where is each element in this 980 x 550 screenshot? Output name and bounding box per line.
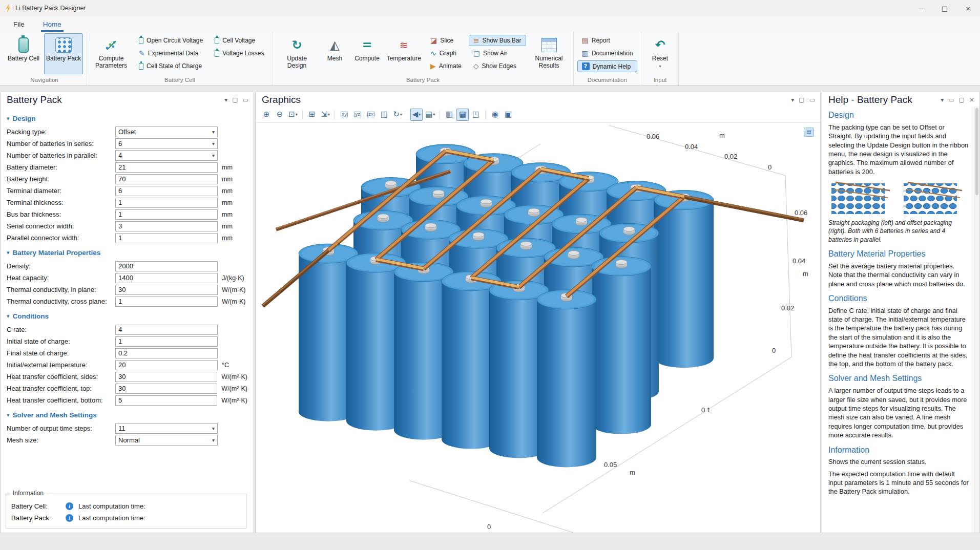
htc-bottom-input[interactable]	[115, 395, 217, 406]
htc-sides-input[interactable]	[115, 372, 217, 382]
float-icon[interactable]	[232, 97, 238, 103]
battery-height-input[interactable]	[115, 174, 218, 184]
info-icon[interactable]	[66, 502, 73, 510]
temperature-button[interactable]: Temperature	[385, 33, 423, 74]
help-scrollbar-thumb[interactable]	[975, 108, 978, 195]
cell-voltage-label: Cell Voltage	[222, 37, 255, 44]
chevron-down-icon	[7, 250, 10, 256]
c-rate-input[interactable]	[115, 325, 218, 335]
view-yz-button[interactable]	[351, 109, 364, 121]
dynamic-help-button[interactable]: Dynamic Help	[577, 60, 638, 72]
zoom-out-button[interactable]	[274, 109, 286, 121]
close-button[interactable]	[956, 0, 980, 16]
cell-state-of-charge-button[interactable]: Cell State of Charge	[134, 60, 207, 72]
show-air-button[interactable]: Show Air	[469, 48, 526, 59]
dock-icon[interactable]	[243, 97, 248, 103]
collapse-icon[interactable]	[941, 97, 944, 103]
view-xy-button[interactable]	[338, 109, 350, 121]
zoom-in-button[interactable]	[260, 109, 273, 121]
help-panel: Help - Battery Pack Design The packing t…	[822, 92, 980, 533]
float-icon[interactable]	[799, 97, 804, 103]
info-icon[interactable]	[66, 514, 73, 522]
packing-type-select[interactable]: Offset	[115, 126, 218, 137]
open-circuit-voltage-button[interactable]: Open Circuit Voltage	[134, 35, 207, 46]
go-to-view-button[interactable]	[319, 109, 331, 121]
compute-button[interactable]: Compute	[352, 33, 382, 74]
terminal-diameter-input[interactable]	[115, 186, 218, 196]
chevron-down-icon	[212, 438, 215, 443]
zoom-box-button[interactable]	[287, 109, 299, 121]
rotate-view-button[interactable]	[391, 109, 404, 121]
report-label: Report	[592, 37, 610, 44]
section-battery-material-properties[interactable]: Battery Material Properties	[7, 249, 247, 257]
sound-button[interactable]	[410, 109, 423, 121]
report-button[interactable]: Report	[577, 35, 638, 46]
update-design-button[interactable]: Update Design	[277, 33, 318, 74]
zoom-extents-button[interactable]	[306, 109, 318, 121]
minimize-button[interactable]	[909, 0, 933, 16]
numerical-results-button[interactable]: Numerical Results	[529, 33, 570, 74]
graph-button[interactable]: Graph	[426, 48, 466, 59]
field-label: Heat capacity:	[7, 274, 115, 282]
battery-pack-nav-button[interactable]: Battery Pack	[44, 33, 83, 74]
collapse-icon[interactable]	[791, 97, 794, 103]
field-label: Mesh size:	[7, 436, 115, 444]
show-edges-button[interactable]: Show Edges	[469, 60, 526, 72]
view-zx-button[interactable]	[365, 109, 377, 121]
maximize-button[interactable]	[933, 0, 956, 16]
battery-pack-3d-view[interactable]: 0.06 m 0.04 0.02 0 0.06 0.04 m 0.02 0 0.…	[256, 123, 820, 533]
maximize-icon	[942, 5, 948, 12]
output-time-steps-select[interactable]: 11	[115, 423, 218, 434]
collapse-icon[interactable]	[224, 97, 227, 103]
initial-soc-input[interactable]	[115, 336, 218, 347]
heat-capacity-input[interactable]	[115, 273, 218, 283]
duplicate-view-button[interactable]	[443, 109, 455, 121]
snapshot-button[interactable]	[489, 109, 501, 121]
serial-connector-width-input[interactable]	[115, 221, 218, 231]
battery-diameter-input[interactable]	[115, 162, 218, 173]
help-scrollbar[interactable]	[974, 107, 979, 533]
close-icon[interactable]	[969, 97, 974, 103]
menu-home[interactable]: Home	[41, 18, 64, 32]
mesh-button[interactable]: Mesh	[320, 33, 350, 74]
section-solver-and-mesh-settings[interactable]: Solver and Mesh Settings	[7, 411, 247, 419]
parallel-count-select[interactable]: 4	[115, 150, 218, 161]
thermal-conductivity-cross-plane-input[interactable]	[115, 297, 218, 307]
parallel-connector-width-input[interactable]	[115, 233, 218, 243]
slice-button[interactable]: Slice	[426, 35, 466, 46]
density-input[interactable]	[115, 261, 218, 271]
series-count-select[interactable]: 6	[115, 138, 218, 149]
show-grid-button[interactable]	[456, 109, 469, 121]
dock-icon[interactable]	[809, 97, 815, 103]
transparency-button[interactable]	[424, 109, 436, 121]
bus-bar-thickness-input[interactable]	[115, 209, 218, 220]
plot-context-button[interactable]	[804, 128, 814, 137]
battery-cell-nav-button[interactable]: Battery Cell	[6, 33, 41, 74]
mesh-size-select[interactable]: Normal	[115, 435, 218, 446]
view-yz-icon	[354, 112, 361, 117]
field-unit: W/(m·K)	[222, 286, 246, 293]
terminal-thickness-input[interactable]	[115, 198, 218, 208]
voltage-losses-button[interactable]: Voltage Losses	[210, 48, 268, 59]
experimental-data-button[interactable]: Experimental Data	[134, 48, 207, 59]
float-icon[interactable]	[959, 97, 965, 103]
final-soc-input[interactable]	[115, 348, 218, 358]
flip-view-button[interactable]	[378, 109, 390, 121]
documentation-button[interactable]: Documentation	[577, 48, 638, 59]
help-paragraph: Define C rate, initial state of charge a…	[828, 306, 970, 369]
section-conditions[interactable]: Conditions	[7, 312, 247, 320]
dock-icon[interactable]	[948, 97, 954, 103]
reset-button[interactable]: Reset	[645, 33, 675, 74]
print-button[interactable]	[502, 109, 514, 121]
htc-top-input[interactable]	[115, 384, 217, 394]
initial-temperature-input[interactable]	[115, 360, 218, 370]
thermal-conductivity-in-plane-input[interactable]	[115, 285, 218, 295]
menu-file[interactable]: File	[11, 18, 27, 32]
compute-parameters-button[interactable]: Compute Parameters	[91, 33, 132, 74]
show-bus-bar-button[interactable]: Show Bus Bar	[469, 35, 526, 46]
toolbar-separator	[407, 110, 407, 119]
animate-button[interactable]: Animate	[426, 60, 466, 72]
section-design[interactable]: Design	[7, 115, 247, 122]
view-settings-button[interactable]	[470, 109, 482, 121]
cell-voltage-button[interactable]: Cell Voltage	[210, 35, 268, 46]
